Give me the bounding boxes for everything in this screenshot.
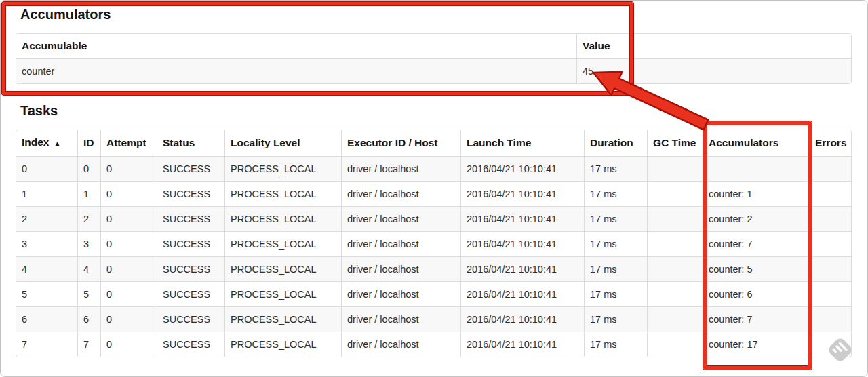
table-cell: driver / localhost (342, 281, 461, 306)
table-cell: 17 ms (585, 206, 648, 231)
table-cell: 5 (78, 281, 101, 306)
table-cell (810, 206, 851, 231)
column-header-label: Index (22, 136, 49, 148)
table-cell: driver / localhost (342, 206, 461, 231)
table-cell: 5 (16, 281, 78, 306)
table-row: 330SUCCESSPROCESS_LOCALdriver / localhos… (16, 231, 851, 256)
accumulators-table: Accumulable Value counter45 (16, 33, 852, 84)
table-cell: driver / localhost (342, 157, 461, 181)
table-cell (810, 306, 851, 332)
table-cell: 2016/04/21 10:10:41 (461, 157, 585, 181)
table-cell: 1 (16, 181, 78, 206)
table-cell: PROCESS_LOCAL (225, 281, 342, 306)
table-cell (648, 181, 703, 206)
table-cell: PROCESS_LOCAL (225, 206, 342, 231)
table-cell: driver / localhost (342, 332, 461, 357)
table-cell: 0 (101, 231, 157, 256)
table-cell: 17 ms (585, 332, 648, 357)
table-cell (703, 157, 810, 181)
accumulators-tbody: counter45 (16, 59, 851, 83)
table-row: 770SUCCESSPROCESS_LOCALdriver / localhos… (16, 332, 851, 357)
column-header-attempt[interactable]: Attempt (101, 130, 157, 157)
table-cell: 0 (101, 281, 157, 306)
column-header-locality-level[interactable]: Locality Level (225, 130, 342, 157)
table-cell: counter: 1 (703, 181, 810, 206)
table-cell: 6 (16, 306, 78, 332)
table-cell: 2016/04/21 10:10:41 (461, 231, 585, 256)
table-cell: 0 (101, 332, 157, 357)
table-cell: driver / localhost (342, 231, 461, 256)
column-header-duration[interactable]: Duration (585, 130, 648, 157)
table-row: 550SUCCESSPROCESS_LOCALdriver / localhos… (16, 281, 851, 306)
table-cell: SUCCESS (157, 181, 225, 206)
table-cell: PROCESS_LOCAL (225, 332, 342, 357)
column-header-status[interactable]: Status (157, 130, 225, 157)
table-cell: 17 ms (585, 231, 648, 256)
table-cell: 2016/04/21 10:10:41 (461, 181, 585, 206)
table-cell: 17 ms (585, 306, 648, 332)
table-cell (810, 256, 851, 281)
table-cell (648, 256, 703, 281)
column-header-launch-time[interactable]: Launch Time (461, 130, 585, 157)
table-cell: 2016/04/21 10:10:41 (461, 206, 585, 231)
table-cell (810, 281, 851, 306)
table-cell: counter: 5 (703, 256, 810, 281)
table-cell: PROCESS_LOCAL (225, 157, 342, 181)
table-cell: SUCCESS (157, 231, 225, 256)
table-cell: 17 ms (585, 256, 648, 281)
column-header-executor-id-host[interactable]: Executor ID / Host (342, 130, 461, 157)
column-header-accumulators[interactable]: Accumulators (703, 130, 810, 157)
table-cell: 4 (78, 256, 101, 281)
table-cell: 0 (101, 157, 157, 181)
table-row: 440SUCCESSPROCESS_LOCALdriver / localhos… (16, 256, 851, 281)
table-cell: 0 (101, 181, 157, 206)
accumulators-section-heading: Accumulators (20, 6, 111, 22)
table-cell: 17 ms (585, 181, 648, 206)
table-cell (648, 306, 703, 332)
table-cell: 0 (101, 256, 157, 281)
table-cell: 3 (16, 231, 78, 256)
table-cell: 2 (78, 206, 101, 231)
table-cell: SUCCESS (157, 206, 225, 231)
column-header-errors[interactable]: Errors (810, 130, 851, 157)
sort-ascending-icon: ▲ (54, 140, 60, 147)
table-cell: driver / localhost (342, 256, 461, 281)
table-cell (810, 181, 851, 206)
tasks-section-heading: Tasks (20, 102, 58, 119)
table-cell: counter: 7 (703, 231, 810, 256)
table-cell (648, 206, 703, 231)
table-cell: SUCCESS (157, 157, 225, 181)
table-cell (810, 231, 851, 256)
column-header-index[interactable]: Index▲ (16, 130, 78, 157)
table-cell: 4 (16, 256, 78, 281)
table-cell: 2016/04/21 10:10:41 (461, 306, 585, 332)
table-cell (810, 157, 851, 181)
table-cell (648, 157, 703, 181)
table-cell: 2016/04/21 10:10:41 (461, 281, 585, 306)
table-cell: 2016/04/21 10:10:41 (461, 332, 585, 357)
table-row: counter45 (16, 59, 851, 83)
table-cell: SUCCESS (157, 281, 225, 306)
spark-ui-page: Accumulators Accumulable Value counter45… (0, 0, 868, 377)
table-cell: 0 (101, 306, 157, 332)
tasks-tbody: 000SUCCESSPROCESS_LOCALdriver / localhos… (16, 157, 851, 357)
table-cell: 6 (78, 306, 101, 332)
table-cell: 3 (78, 231, 101, 256)
tasks-table: Index▲ ID Attempt Status Locality Level … (16, 130, 852, 357)
table-cell: 2 (16, 206, 78, 231)
table-row: 220SUCCESSPROCESS_LOCALdriver / localhos… (16, 206, 851, 231)
table-cell: SUCCESS (157, 256, 225, 281)
column-header-id[interactable]: ID (78, 130, 101, 157)
table-row: 110SUCCESSPROCESS_LOCALdriver / localhos… (16, 181, 851, 206)
table-cell (648, 281, 703, 306)
table-cell: counter: 6 (703, 281, 810, 306)
column-header-gc-time[interactable]: GC Time (648, 130, 703, 157)
table-row: 000SUCCESSPROCESS_LOCALdriver / localhos… (16, 157, 851, 181)
table-header-row: Accumulable Value (16, 34, 851, 59)
column-header-accumulable[interactable]: Accumulable (16, 34, 577, 59)
table-cell: 17 ms (585, 281, 648, 306)
table-header-row: Index▲ ID Attempt Status Locality Level … (16, 130, 851, 157)
table-cell: 0 (78, 157, 101, 181)
column-header-value[interactable]: Value (577, 34, 851, 59)
table-cell: 0 (16, 157, 78, 181)
